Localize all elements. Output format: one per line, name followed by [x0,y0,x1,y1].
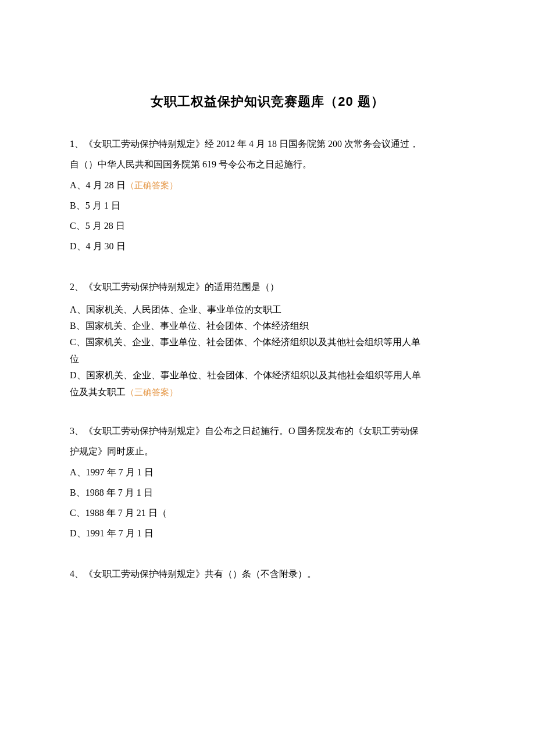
q2-optD-l2-text: 位及其女职工 [70,387,126,397]
title-prefix: 女职工权益保护知识竞赛题库（ [151,94,338,109]
q3-option-b: B、1988 年 7 月 1 日 [70,483,465,502]
q3-text-line1: 3、《女职工劳动保护特别规定》自公布之日起施行。O 国务院发布的《女职工劳动保 [70,421,465,441]
q2-option-d-line2: 位及其女职工（三确答案） [70,385,465,400]
q1-optA-text: A、4 月 28 日 [70,180,126,190]
question-3: 3、《女职工劳动保护特别规定》自公布之日起施行。O 国务院发布的《女职工劳动保 … [70,421,465,543]
q3-option-a: A、1997 年 7 月 1 日 [70,463,465,482]
q3-option-d: D、1991 年 7 月 1 日 [70,524,465,543]
question-1: 1、《女职工劳动保护特别规定》经 2012 年 4 月 18 日国务院第 200… [70,134,465,256]
q2-text: 2、《女职工劳动保护特别规定》的适用范围是（） [70,277,465,297]
q1-text-line1: 1、《女职工劳动保护特别规定》经 2012 年 4 月 18 日国务院第 200… [70,134,465,154]
q2-option-d-line1: D、国家机关、企业、事业单位、社会团体、个体经济组织以及其他社会组织等用人单 [70,368,465,383]
question-4: 4、《女职工劳动保护特别规定》共有（）条（不含附录）。 [70,564,465,584]
title-suffix: 题） [354,94,384,109]
title-number: 20 [338,94,353,109]
question-2: 2、《女职工劳动保护特别规定》的适用范围是（） A、国家机关、人民团体、企业、事… [70,277,465,400]
document-page: 女职工权益保护知识竞赛题库（20 题） 1、《女职工劳动保护特别规定》经 201… [0,0,535,651]
q1-optA-answer: （正确答案） [126,181,178,190]
q1-option-c: C、5 月 28 日 [70,217,465,235]
q1-option-a: A、4 月 28 日（正确答案） [70,176,465,195]
q1-option-d: D、4 月 30 日 [70,237,465,256]
q2-option-b: B、国家机关、企业、事业单位、社会团体、个体经济组织 [70,318,465,334]
q1-option-b: B、5 月 1 日 [70,196,465,215]
q2-option-a: A、国家机关、人民团体、企业、事业单位的女职工 [70,302,465,317]
page-title: 女职工权益保护知识竞赛题库（20 题） [70,93,465,110]
q3-text-line2: 护规定》同时废止。 [70,441,465,461]
q2-optD-answer: （三确答案） [126,388,178,397]
q3-option-c: C、1988 年 7 月 21 日（ [70,504,465,522]
q4-text: 4、《女职工劳动保护特别规定》共有（）条（不含附录）。 [70,564,465,584]
q2-option-c-line2: 位 [70,352,465,367]
q2-option-c-line1: C、国家机关、企业、事业单位、社会团体、个体经济组织以及其他社会组织等用人单 [70,335,465,350]
q1-text-line2: 自（）中华人民共和国国务院第 619 号令公布之日起施行。 [70,154,465,174]
